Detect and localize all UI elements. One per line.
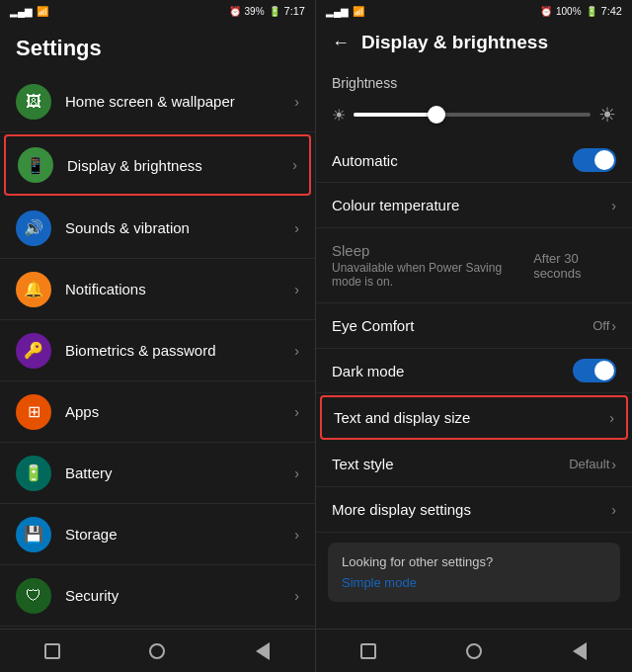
apps-label: Apps [65, 403, 294, 420]
right-status-bar: ▂▄▆ 📶 ⏰ 100% 🔋 7:42 [316, 0, 632, 22]
biometrics-label: Biometrics & password [65, 342, 294, 359]
right-nav-circle[interactable] [454, 631, 494, 671]
automatic-label: Automatic [332, 152, 398, 169]
display-icon: 📱 [18, 147, 53, 183]
right-battery-icon: 🔋 [586, 6, 597, 17]
sounds-icon: 🔊 [16, 210, 51, 246]
right-nav-back[interactable] [560, 631, 599, 671]
square-icon [44, 643, 60, 659]
storage-icon: 💾 [16, 517, 51, 552]
brightness-thumb [428, 106, 445, 124]
settings-item-display[interactable]: 📱 Display & brightness › [4, 134, 311, 196]
automatic-toggle[interactable] [573, 148, 616, 172]
sleep-item[interactable]: Sleep Unavailable when Power Saving mode… [316, 228, 632, 303]
brightness-low-icon: ☀ [332, 106, 346, 125]
back-arrow-button[interactable]: ← [332, 33, 350, 53]
left-nav-back[interactable] [243, 631, 282, 671]
dark-mode-label: Dark mode [332, 363, 404, 379]
settings-item-apps[interactable]: ⊞ Apps › [0, 381, 315, 443]
battery-label: Battery [65, 464, 294, 481]
battery-chevron: › [294, 465, 299, 481]
battery-icon: 🔋 [16, 456, 51, 491]
sleep-subtitle: Unavailable when Power Saving mode is on… [332, 261, 533, 289]
biometrics-icon: 🔑 [16, 333, 51, 369]
settings-item-battery[interactable]: 🔋 Battery › [0, 443, 315, 504]
settings-item-biometrics[interactable]: 🔑 Biometrics & password › [0, 320, 315, 381]
left-nav-circle[interactable] [137, 631, 177, 671]
brightness-header: Brightness [316, 63, 632, 95]
more-display-chevron: › [611, 502, 616, 518]
text-style-label: Text style [332, 456, 394, 472]
eye-comfort-value: Off [592, 318, 609, 333]
left-battery-icon: 🔋 [269, 6, 280, 17]
text-display-size-item[interactable]: Text and display size › [320, 395, 628, 440]
security-chevron: › [294, 588, 299, 604]
display-label: Display & brightness [67, 157, 292, 174]
notifications-chevron: › [294, 282, 299, 297]
text-style-value: Default [569, 457, 609, 471]
circle-icon [149, 643, 165, 659]
text-display-size-chevron: › [609, 410, 614, 426]
settings-item-sounds[interactable]: 🔊 Sounds & vibration › [0, 198, 315, 259]
right-signal-icon: ▂▄▆ [326, 6, 349, 17]
notifications-label: Notifications [65, 281, 294, 297]
sleep-item-left: Sleep Unavailable when Power Saving mode… [332, 242, 533, 289]
security-label: Security [65, 587, 294, 604]
text-style-chevron: › [611, 457, 616, 472]
sounds-chevron: › [294, 220, 299, 236]
home-label: Home screen & wallpaper [65, 93, 294, 110]
more-display-label: More display settings [332, 501, 471, 518]
eye-comfort-label: Eye Comfort [332, 317, 414, 334]
text-style-item[interactable]: Text style Default › [316, 442, 632, 487]
eye-comfort-item[interactable]: Eye Comfort Off › [316, 303, 632, 349]
left-alarm-icon: ⏰ [229, 6, 241, 17]
settings-item-privacy[interactable]: 🔒 Privacy › [0, 627, 315, 629]
left-status-bar: ▂▄▆ 📶 ⏰ 39% 🔋 7:17 [0, 0, 315, 22]
left-nav-square[interactable] [33, 631, 72, 671]
tooltip-text: Looking for other settings? [342, 554, 606, 569]
more-display-settings-item[interactable]: More display settings › [316, 487, 632, 533]
settings-list: 🖼 Home screen & wallpaper › 📱 Display & … [0, 71, 315, 629]
automatic-toggle-row[interactable]: Automatic [316, 138, 632, 183]
settings-title: Settings [0, 22, 315, 71]
storage-label: Storage [65, 526, 294, 543]
settings-item-notifications[interactable]: 🔔 Notifications › [0, 259, 315, 320]
storage-chevron: › [294, 527, 299, 543]
settings-item-home[interactable]: 🖼 Home screen & wallpaper › [0, 71, 315, 132]
back-icon [256, 642, 270, 660]
right-battery-percent: 100% [556, 6, 582, 17]
sleep-value: After 30 seconds [533, 251, 616, 281]
dark-mode-toggle-knob [594, 361, 614, 380]
right-status-left: ▂▄▆ 📶 [326, 6, 364, 17]
apps-chevron: › [294, 404, 299, 420]
settings-item-storage[interactable]: 💾 Storage › [0, 504, 315, 565]
sleep-label: Sleep [332, 242, 533, 259]
biometrics-chevron: › [294, 343, 299, 359]
simple-mode-link[interactable]: Simple mode [342, 575, 606, 590]
colour-temperature-label: Colour temperature [332, 197, 459, 213]
toggle-knob [594, 150, 614, 170]
settings-item-security[interactable]: 🛡 Security › [0, 565, 315, 627]
home-chevron: › [294, 94, 299, 110]
right-nav-square[interactable] [349, 631, 388, 671]
brightness-slider[interactable] [354, 113, 591, 117]
left-signal-icon: ▂▄▆ [10, 6, 33, 17]
right-status-right: ⏰ 100% 🔋 7:42 [540, 5, 622, 17]
right-panel: ▂▄▆ 📶 ⏰ 100% 🔋 7:42 ← Display & brightne… [316, 0, 632, 672]
text-display-size-label: Text and display size [334, 409, 470, 426]
right-alarm-icon: ⏰ [540, 6, 552, 17]
brightness-high-icon: ☀ [598, 103, 616, 126]
display-chevron: › [292, 157, 297, 173]
dark-mode-toggle[interactable] [573, 359, 616, 382]
colour-temperature-item[interactable]: Colour temperature › [316, 183, 632, 228]
left-status-right: ⏰ 39% 🔋 7:17 [229, 5, 305, 17]
notifications-icon: 🔔 [16, 272, 51, 307]
right-page-title: Display & brightness [361, 32, 548, 53]
colour-temperature-chevron: › [611, 198, 616, 213]
right-time: 7:42 [601, 5, 622, 17]
dark-mode-row[interactable]: Dark mode [316, 349, 632, 393]
left-nav-bar [0, 629, 315, 672]
right-nav-bar [316, 629, 632, 672]
right-content: Brightness ☀ ☀ Automatic Colour temperat… [316, 63, 632, 629]
home-icon: 🖼 [16, 84, 51, 120]
